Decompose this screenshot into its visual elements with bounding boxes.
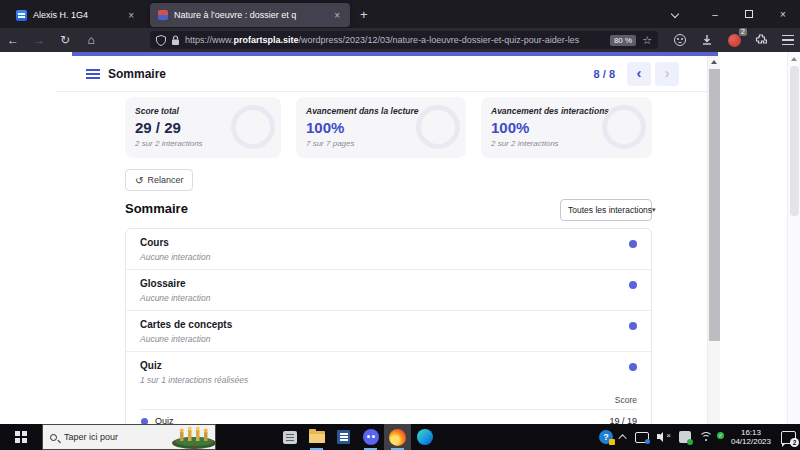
- item-title: Cours: [140, 237, 637, 248]
- adblock-icon: [728, 34, 741, 47]
- close-button[interactable]: ×: [766, 9, 800, 20]
- toolbar-extensions-area: 2: [672, 28, 796, 52]
- help-icon[interactable]: ?: [599, 430, 613, 444]
- hamburger-icon: [782, 35, 794, 45]
- tracking-protection-shield-icon[interactable]: [156, 35, 166, 46]
- taskbar-apps: [276, 424, 438, 450]
- list-item-cours[interactable]: Cours Aucune interaction: [126, 229, 651, 270]
- bookmark-star-icon[interactable]: ☆: [642, 34, 652, 47]
- scroll-up-icon[interactable]: [791, 57, 797, 61]
- start-button[interactable]: [0, 424, 42, 450]
- item-title: Cartes de concepts: [140, 319, 637, 330]
- tab-nature-oeuvre[interactable]: Nature à l'oeuvre : dossier et q ×: [150, 3, 350, 27]
- discord-icon: [363, 429, 379, 445]
- screen: Alexis H. 1G4 × Nature à l'oeuvre : doss…: [0, 0, 800, 450]
- app-word-document[interactable]: [330, 424, 357, 450]
- extensions-puzzle-icon[interactable]: [753, 32, 769, 48]
- restart-button[interactable]: ↺ Relancer: [125, 169, 193, 191]
- list-item-cartes[interactable]: Cartes de concepts Aucune interaction: [126, 311, 651, 352]
- page-content: Sommaire 8 / 8 ‹ › Score total 29 / 29 2…: [0, 52, 800, 424]
- date: 04/12/2023: [731, 437, 771, 446]
- item-subtitle: Aucune interaction: [140, 252, 637, 262]
- reload-button[interactable]: ↻: [52, 33, 78, 47]
- app-discord[interactable]: [357, 424, 384, 450]
- document-icon: [337, 430, 350, 444]
- h5p-header: Sommaire 8 / 8 ‹ ›: [55, 56, 707, 92]
- progress-ring-icon: [602, 105, 646, 149]
- restart-label: Relancer: [147, 175, 183, 185]
- menu-icon[interactable]: [780, 32, 796, 48]
- minimize-button[interactable]: –: [698, 9, 732, 20]
- dropdown-selected-value: Toutes les interactions: [568, 205, 652, 215]
- new-tab-button[interactable]: +: [360, 7, 368, 22]
- tab-alexis[interactable]: Alexis H. 1G4 ×: [8, 3, 144, 27]
- page-title: Sommaire: [108, 67, 166, 81]
- tray-app-icon[interactable]: [679, 431, 691, 443]
- interactions-filter-dropdown[interactable]: Toutes les interactions ▾: [560, 199, 652, 221]
- display-icon[interactable]: [635, 432, 649, 443]
- window-controls: – ×: [672, 0, 800, 28]
- url-bar[interactable]: https://www.profartspla.site/wordpress/2…: [150, 31, 658, 49]
- menu-icon[interactable]: [86, 69, 100, 79]
- maximize-icon: [745, 10, 753, 18]
- status-dot-icon: [629, 363, 637, 371]
- item-subtitle: Aucune interaction: [140, 334, 637, 344]
- lock-icon[interactable]: [171, 35, 180, 46]
- tab-close-icon[interactable]: ×: [126, 10, 136, 21]
- account-avatar-icon: [674, 34, 686, 46]
- notifications-icon[interactable]: 2: [781, 431, 796, 444]
- score-total-card: Score total 29 / 29 2 sur 2 interactions: [125, 97, 281, 158]
- item-title: Glossaire: [140, 278, 637, 289]
- item-subtitle: 1 sur 1 interactions réalisées: [140, 375, 637, 385]
- folder-icon: [309, 431, 325, 443]
- score-row-value: 19 / 19: [609, 416, 637, 424]
- score-row[interactable]: Quiz 19 / 19: [140, 410, 637, 424]
- downloads-icon[interactable]: [699, 32, 715, 48]
- tab-close-icon[interactable]: ×: [332, 10, 342, 21]
- next-page-button[interactable]: ›: [655, 62, 679, 86]
- zoom-level-badge[interactable]: 80 %: [610, 35, 636, 46]
- previous-page-button[interactable]: ‹: [627, 62, 651, 86]
- browser-scrollbar[interactable]: [787, 52, 800, 424]
- page-counter: 8 / 8: [594, 68, 615, 80]
- app-file-explorer[interactable]: [303, 424, 330, 450]
- score-column-header: Score: [140, 395, 637, 410]
- summary-list: Cours Aucune interaction Glossaire Aucun…: [125, 228, 652, 424]
- scroll-up-icon[interactable]: [711, 60, 717, 64]
- ent-favicon-icon: [16, 10, 27, 21]
- status-dot-icon: [629, 281, 637, 289]
- scrollbar-thumb[interactable]: [790, 66, 799, 216]
- volume-muted-icon[interactable]: ×: [657, 431, 671, 443]
- hidden-icons-chevron-icon[interactable]: [618, 434, 626, 442]
- browser-titlebar: Alexis H. 1G4 × Nature à l'oeuvre : doss…: [0, 0, 800, 28]
- back-button[interactable]: ←: [0, 33, 26, 47]
- firefox-icon: [389, 429, 406, 446]
- site-favicon-icon: [158, 10, 168, 20]
- list-item-glossaire[interactable]: Glossaire Aucune interaction: [126, 270, 651, 311]
- clock[interactable]: 16:13 04/12/2023: [729, 428, 773, 446]
- status-dot-icon: [629, 322, 637, 330]
- browser-toolbar: ← → ↻ ⌂ https://www.profartspla.site/wor…: [0, 28, 800, 52]
- iframe-scrollbar[interactable]: [707, 56, 720, 424]
- summary-section-title: Sommaire: [125, 201, 188, 216]
- app-firefox[interactable]: [384, 424, 411, 450]
- item-subtitle: Aucune interaction: [140, 293, 637, 303]
- forward-button[interactable]: →: [26, 33, 52, 47]
- app-edge[interactable]: [411, 424, 438, 450]
- adblock-badge: 2: [739, 28, 747, 36]
- edge-icon: [417, 429, 433, 445]
- list-tabs-icon[interactable]: [671, 10, 679, 18]
- wifi-icon[interactable]: [699, 432, 713, 443]
- advent-wreath-icon[interactable]: [168, 424, 220, 450]
- account-icon[interactable]: [672, 32, 688, 48]
- home-button[interactable]: ⌂: [78, 33, 104, 47]
- list-item-quiz[interactable]: Quiz 1 sur 1 interactions réalisées Scor…: [126, 352, 651, 424]
- notification-count-badge: 2: [790, 438, 799, 447]
- app-notes[interactable]: [276, 424, 303, 450]
- interactions-progress-card: Avancement des interactions 100% 2 sur 2…: [481, 97, 652, 158]
- scrollbar-thumb[interactable]: [709, 69, 720, 341]
- adblock-extension-icon[interactable]: 2: [726, 32, 742, 48]
- restart-icon: ↺: [135, 175, 143, 186]
- windows-logo-icon: [15, 431, 27, 443]
- maximize-button[interactable]: [732, 9, 766, 20]
